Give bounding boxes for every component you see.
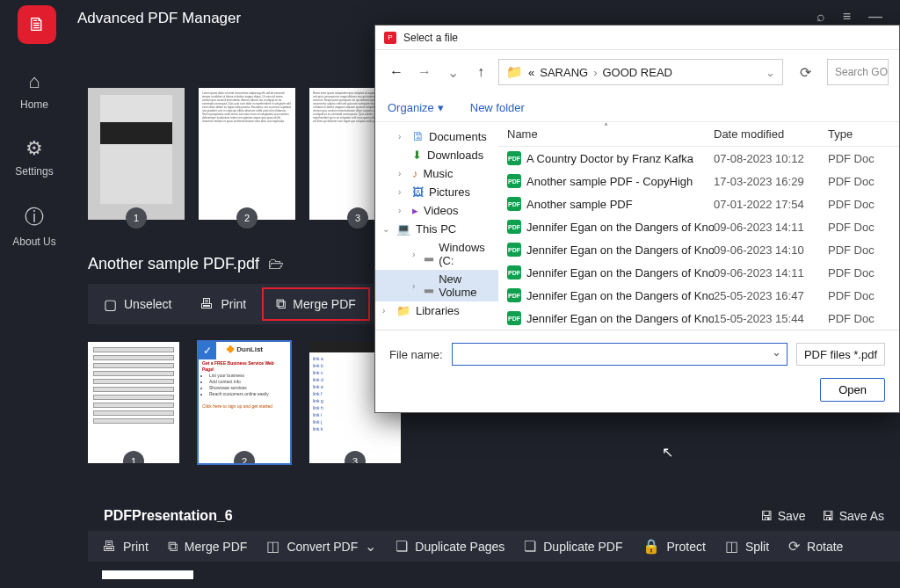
refresh-button[interactable]: ⟳ xyxy=(790,64,820,81)
file-row[interactable]: PDFAnother sample PDF - CopyHigh17-03-20… xyxy=(498,170,899,192)
tree-music[interactable]: ›♪Music xyxy=(375,164,498,183)
file-type: PDF Doc xyxy=(828,175,875,188)
unselect-icon: ▢ xyxy=(104,296,117,313)
chevron-down-icon[interactable]: ⌄ xyxy=(766,66,775,79)
file-row[interactable]: PDFA Country Doctor by Franz Kafka07-08-… xyxy=(498,147,899,170)
file-row[interactable]: PDFJennifer Egan on the Dangers of Knowi… xyxy=(498,284,899,307)
menu-icon[interactable]: ≡ xyxy=(843,9,851,25)
unselect-button[interactable]: ▢ Unselect xyxy=(91,289,184,320)
file-type: PDF Doc xyxy=(828,243,875,257)
new-folder-button[interactable]: New folder xyxy=(470,101,525,114)
col-type[interactable]: Type xyxy=(828,127,853,141)
tree-new-volume[interactable]: ›▂New Volume xyxy=(375,270,498,301)
duplicate-pdf-button[interactable]: ❏Duplicate PDF xyxy=(524,538,622,555)
col-date[interactable]: Date modified xyxy=(714,127,828,141)
page-number-badge: 2 xyxy=(234,451,255,463)
info-icon: ⓘ xyxy=(25,204,44,230)
filename-label: File name: xyxy=(389,348,443,361)
file-name: Another sample PDF - CopyHigh xyxy=(526,175,693,188)
rotate-button[interactable]: ⟳Rotate xyxy=(788,538,843,555)
doc3-section: PDFPresentation_6 🖫Save 🖫Save As 🖶Print … xyxy=(88,501,900,588)
list-header[interactable]: ˄ Name Date modified Type xyxy=(498,122,899,147)
tree-documents[interactable]: ›🖺Documents xyxy=(375,127,498,146)
forward-button[interactable]: → xyxy=(414,64,435,80)
duplicate-pages-icon: ❏ xyxy=(396,538,408,555)
dialog-navrow: ← → ⌄ ↑ 📁 « SARANG › GOOD READ ⌄ ⟳ Searc… xyxy=(375,50,899,94)
pdf-file-icon: PDF xyxy=(507,288,521,302)
recent-button[interactable]: ⌄ xyxy=(442,64,463,81)
file-row[interactable]: PDFJennifer Egan on the Dangers of Knowi… xyxy=(498,307,899,330)
pdf-file-icon: PDF xyxy=(507,220,521,234)
file-row[interactable]: PDFJennifer Egan on the Dangers of Knowi… xyxy=(498,238,899,261)
folder-tree: ›🖺Documents ⬇Downloads ›♪Music ›🖼Picture… xyxy=(375,122,498,330)
save-icon: 🖫 xyxy=(760,509,773,523)
sidebar-label: About Us xyxy=(12,236,55,248)
print-icon: 🖶 xyxy=(102,539,116,555)
chevron-right-icon: › xyxy=(593,66,597,79)
page-number-badge: 1 xyxy=(126,207,147,229)
lock-icon: 🔒 xyxy=(642,538,660,555)
doc3-toolbar: 🖶Print ⧉Merge PDF ◫Convert PDF⌄ ❏Duplica… xyxy=(88,531,900,562)
breadcrumb[interactable]: 📁 « SARANG › GOOD READ ⌄ xyxy=(498,59,783,85)
save-as-button[interactable]: 🖫Save As xyxy=(822,509,884,523)
sidebar-item-home[interactable]: ⌂ Home xyxy=(20,70,48,111)
dialog-titlebar: P Select a file xyxy=(375,25,899,50)
split-button[interactable]: ◫Split xyxy=(725,538,769,555)
page-thumbnail[interactable]: 1 xyxy=(88,88,185,220)
duplicate-pages-button[interactable]: ❏Duplicate Pages xyxy=(396,538,504,555)
print-button[interactable]: 🖶Print xyxy=(102,539,149,555)
page-thumbnail[interactable]: 1 xyxy=(88,342,179,463)
breadcrumb-seg[interactable]: GOOD READ xyxy=(602,66,671,79)
open-button[interactable]: Open xyxy=(820,378,885,402)
file-type: PDF Doc xyxy=(828,312,875,325)
page-thumbnail[interactable]: Lorem ipsum dolor sit amet consectetur a… xyxy=(199,88,295,220)
tree-videos[interactable]: ›▸Videos xyxy=(375,201,498,220)
sidebar-item-settings[interactable]: ⚙ Settings xyxy=(15,137,53,178)
filename-input[interactable] xyxy=(452,343,788,366)
duplicate-pdf-icon: ❏ xyxy=(524,538,536,555)
dialog-cmdrow: Organize▾ New folder xyxy=(375,94,899,121)
search-input[interactable]: Search GOOD R xyxy=(827,59,889,85)
minimize-icon[interactable]: ― xyxy=(868,9,882,25)
home-icon: ⌂ xyxy=(28,70,40,93)
tree-libraries[interactable]: ›📁Libraries xyxy=(375,301,498,320)
page-number-badge: 2 xyxy=(236,207,258,229)
organize-menu[interactable]: Organize▾ xyxy=(388,101,444,114)
breadcrumb-prefix: « xyxy=(528,66,534,79)
file-row[interactable]: PDFAnother sample PDF07-01-2022 17:54PDF… xyxy=(498,192,899,215)
filetype-filter[interactable]: PDF files *.pdf xyxy=(796,343,885,366)
pdf-icon: P xyxy=(384,32,396,44)
merge-pdf-button[interactable]: ⧉ Merge PDF xyxy=(262,287,370,321)
file-name: Another sample PDF xyxy=(526,198,633,211)
back-button[interactable]: ← xyxy=(386,64,407,80)
save-button[interactable]: 🖫Save xyxy=(760,509,806,523)
breadcrumb-seg[interactable]: SARANG xyxy=(540,66,588,79)
search-icon[interactable]: ⌕ xyxy=(817,9,825,25)
tree-downloads[interactable]: ⬇Downloads xyxy=(375,146,498,164)
page-thumbnail-selected[interactable]: ✓ 🔶 DunList Get a FREE Business Service … xyxy=(199,342,290,463)
file-open-dialog: P Select a file ← → ⌄ ↑ 📁 « SARANG › GOO… xyxy=(374,25,900,413)
sidebar-label: Settings xyxy=(15,165,53,178)
print-button[interactable]: 🖶 Print xyxy=(187,289,258,319)
pdf-file-icon: PDF xyxy=(507,265,521,279)
merge-pdf-button[interactable]: ⧉Merge PDF xyxy=(168,539,248,555)
file-date: 09-06-2023 14:11 xyxy=(714,221,828,234)
check-icon: ✓ xyxy=(199,342,216,359)
file-type: PDF Doc xyxy=(828,266,875,279)
tree-pictures[interactable]: ›🖼Pictures xyxy=(375,183,498,201)
tree-windows-c[interactable]: ›▂Windows (C: xyxy=(375,238,498,270)
protect-button[interactable]: 🔒Protect xyxy=(642,538,706,555)
file-row[interactable]: PDFJennifer Egan on the Dangers of Knowi… xyxy=(498,261,899,284)
file-name: Jennifer Egan on the Dangers of Knowing.… xyxy=(526,289,714,302)
file-row[interactable]: PDFJennifer Egan on the Dangers of Knowi… xyxy=(498,215,899,238)
tree-this-pc[interactable]: ⌄💻This PC xyxy=(375,220,498,238)
convert-pdf-button[interactable]: ◫Convert PDF⌄ xyxy=(266,538,376,555)
sidebar: ⌂ Home ⚙ Settings ⓘ About Us xyxy=(0,70,69,248)
file-type: PDF Doc xyxy=(828,289,875,302)
sidebar-item-about[interactable]: ⓘ About Us xyxy=(12,204,55,248)
col-name[interactable]: Name xyxy=(507,127,714,141)
up-button[interactable]: ↑ xyxy=(470,64,491,80)
open-folder-icon[interactable]: 🗁 xyxy=(268,255,284,273)
app-title: Advanced PDF Manager xyxy=(77,10,241,27)
file-name: Jennifer Egan on the Dangers of Knowing.… xyxy=(526,312,714,325)
